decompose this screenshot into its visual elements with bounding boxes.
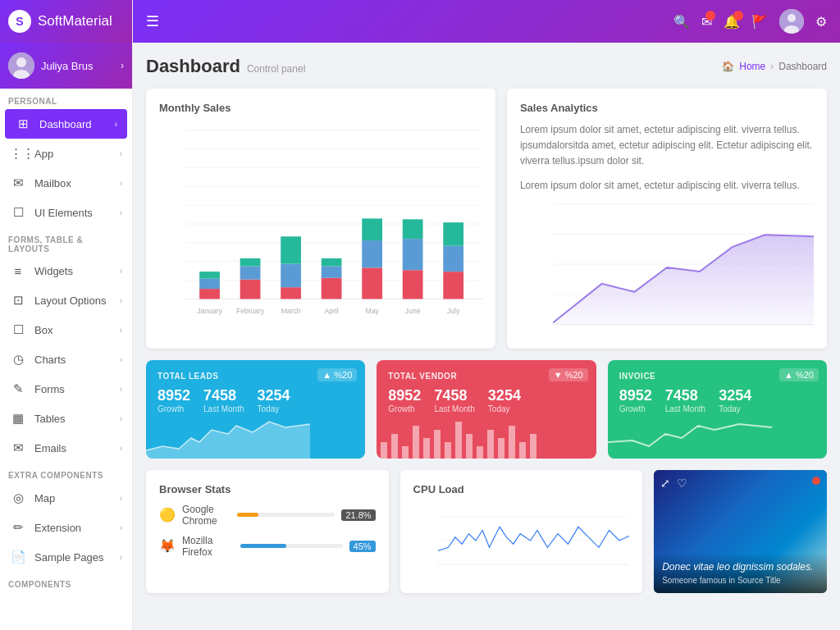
sidebar-item-app[interactable]: ⋮⋮ App › (0, 139, 132, 168)
cpu-load-card: CPU Load 100 75 (400, 470, 643, 593)
stat-label: Today (258, 404, 290, 413)
chevron-right-icon: › (120, 296, 122, 305)
breadcrumb-home[interactable]: Home (739, 61, 765, 72)
bar-chart-wrapper: 0 20 40 60 80 100 120 140 160 180 (159, 122, 482, 330)
bottom-row: Browser Stats 🟡 Google Chrome 21.8% 🦊 Mo… (146, 470, 827, 593)
stat-value: 8952 (158, 387, 190, 404)
browser-stats-title: Browser Stats (159, 483, 376, 495)
hamburger-icon[interactable]: ☰ (146, 12, 159, 30)
favorite-icon[interactable]: ♡ (677, 477, 687, 490)
firefox-pct: 45% (349, 541, 376, 552)
sidebar-item-label: Layout Options (34, 294, 112, 307)
stat-value: 7458 (434, 387, 474, 404)
sparkline-vendor (377, 418, 541, 459)
sidebar-item-dashboard[interactable]: ⊞ Dashboard › (5, 109, 127, 139)
sample-pages-icon: 📄 (10, 550, 26, 564)
svg-text:January: January (197, 307, 222, 315)
svg-rect-78 (477, 446, 483, 459)
mail-icon[interactable]: ✉ (701, 14, 712, 30)
sidebar-item-map[interactable]: ◎ Map › (0, 483, 132, 513)
widgets-icon: ≡ (10, 264, 26, 278)
logo-text: SoftMaterial (38, 13, 112, 30)
sparkline-leads (146, 418, 310, 459)
main-content: ☰ 🔍 ✉ 🔔 🚩 ⚙ (133, 0, 840, 630)
page-subtitle: Control panel (247, 63, 305, 75)
sidebar-item-tables[interactable]: ▦ Tables › (0, 404, 132, 433)
charts-icon: ◷ (10, 352, 26, 367)
breadcrumb-separator: › (770, 61, 774, 72)
logo-icon: S (8, 10, 31, 33)
svg-rect-45 (443, 246, 463, 272)
sidebar-item-emails[interactable]: ✉ Emails › (0, 433, 132, 463)
dashboard-icon: ⊞ (15, 116, 31, 131)
svg-text:2019: 2019 (806, 332, 814, 333)
chevron-right-icon: › (120, 267, 122, 276)
chevron-right-icon: › (115, 120, 117, 129)
svg-rect-38 (362, 267, 382, 299)
expand-icon[interactable]: ⤢ (660, 477, 670, 490)
sidebar-item-label: Sample Pages (34, 551, 112, 564)
chevron-right-icon: › (120, 444, 122, 453)
media-card: ⤢ ♡ Donec vitae leo dignissim sodales. S… (654, 470, 827, 593)
stat-num-growth: 8952 Growth (388, 387, 421, 413)
sidebar-item-label: UI Elements (34, 207, 112, 219)
sidebar-item-sample-pages[interactable]: 📄 Sample Pages › (0, 542, 132, 572)
stat-num-growth: 8952 Growth (158, 387, 190, 413)
sidebar-item-ui-elements[interactable]: ☐ UI Elements › (0, 198, 132, 227)
breadcrumb-current: Dashboard (778, 61, 827, 72)
avatar (8, 52, 34, 79)
svg-rect-75 (445, 442, 451, 459)
chevron-right-icon: › (120, 208, 122, 217)
stat-numbers-invoice: 8952 Growth 7458 Last Month 3254 Today (619, 387, 815, 413)
browser-name-chrome: Google Chrome (182, 504, 231, 527)
content-area: Dashboard Control panel 🏠 Home › Dashboa… (133, 43, 840, 630)
stat-num-lastmonth: 7458 Last Month (434, 387, 474, 413)
browser-stats-card: Browser Stats 🟡 Google Chrome 21.8% 🦊 Mo… (146, 470, 389, 593)
sidebar-item-label: Charts (34, 354, 112, 366)
svg-rect-42 (403, 239, 423, 270)
bar-chart: 0 20 40 60 80 100 120 140 160 180 (185, 122, 482, 327)
sales-analytics-card: Sales Analytics Lorem ipsum dolor sit am… (507, 89, 827, 349)
sidebar-item-extension[interactable]: ✏ Extension › (0, 513, 132, 542)
sidebar-item-charts[interactable]: ◷ Charts › (0, 345, 132, 374)
bell-icon[interactable]: 🔔 (724, 14, 740, 30)
sidebar-item-layout-options[interactable]: ⊡ Layout Options › (0, 285, 132, 315)
settings-icon[interactable]: ⚙ (815, 14, 827, 30)
chevron-right-icon: › (120, 414, 122, 423)
stat-label: Growth (619, 404, 652, 413)
firefox-bar-fill (240, 544, 286, 548)
stat-badge-invoice: ▲ %20 (779, 368, 819, 381)
flag-icon[interactable]: 🚩 (751, 14, 768, 30)
sidebar-item-label: Tables (34, 413, 112, 425)
svg-rect-69 (381, 442, 387, 459)
stat-value: 7458 (203, 387, 244, 404)
svg-text:April: April (325, 307, 339, 315)
user-panel[interactable]: Juliya Brus › (0, 43, 132, 89)
stat-num-growth: 8952 Growth (619, 387, 652, 413)
svg-text:2013: 2013 (609, 332, 626, 333)
svg-point-4 (788, 14, 796, 22)
cpu-chart: 100 75 (438, 504, 630, 578)
sidebar-item-box[interactable]: ☐ Box › (0, 315, 132, 345)
stat-badge-leads: ▲ %20 (317, 368, 357, 381)
svg-rect-74 (434, 430, 441, 459)
browser-name-firefox: Mozilla Firefox (182, 535, 234, 558)
sidebar-item-mailbox[interactable]: ✉ Mailbox › (0, 168, 132, 198)
stat-value: 3254 (719, 387, 751, 404)
svg-point-1 (16, 57, 26, 67)
search-icon[interactable]: 🔍 (673, 14, 690, 30)
mail-badge (705, 11, 715, 21)
svg-rect-76 (455, 422, 462, 459)
chevron-right-icon: › (120, 523, 122, 532)
svg-rect-29 (240, 280, 261, 299)
topbar-avatar[interactable] (779, 9, 804, 34)
chevron-right-icon: › (120, 553, 122, 562)
sidebar-item-forms[interactable]: ✎ Forms › (0, 374, 132, 404)
stat-label: Today (488, 404, 521, 413)
sidebar-item-label: Box (34, 324, 112, 336)
stat-label: Today (719, 404, 751, 413)
svg-rect-31 (240, 258, 261, 267)
svg-rect-43 (403, 219, 423, 239)
sidebar-item-widgets[interactable]: ≡ Widgets › (0, 257, 132, 285)
svg-rect-77 (466, 434, 472, 459)
